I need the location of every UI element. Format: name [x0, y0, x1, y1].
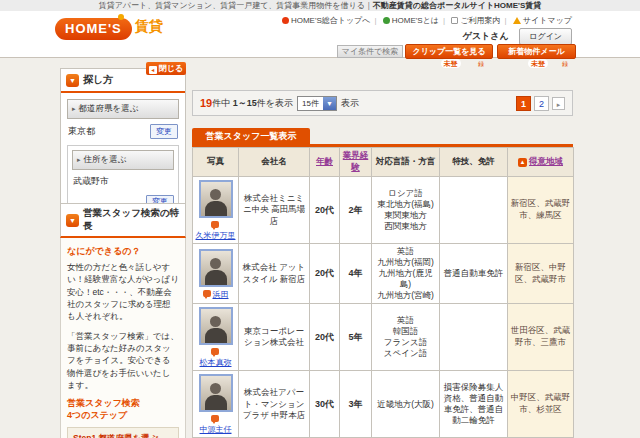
result-total-suffix: 件中	[212, 97, 230, 110]
header-experience: 業界経験	[340, 148, 372, 177]
age-cell: 20代	[310, 177, 340, 244]
chevron-down-icon: ▼	[323, 97, 336, 110]
result-range: 1～15	[233, 97, 257, 110]
clip-unregistered-badge: 未登	[441, 59, 461, 68]
speech-bubble-icon	[203, 290, 211, 297]
photo-cell: 浜田	[193, 244, 239, 304]
tagline-separator: ｜	[365, 1, 373, 10]
triangle-right-icon: ▸	[77, 156, 81, 163]
skills-cell: 損害保険募集人資格、普通自動車免許、普通自動二輪免許	[440, 371, 508, 438]
feature-panel-body: なにができるの？ 女性の方だと色々話しやすい！経験豊富な人がやっぱり安心！etc…	[60, 238, 186, 438]
per-page-select[interactable]: 15件 ▼	[297, 96, 337, 111]
table-row: 中源主任 株式会社アパート・マンションプラザ 中野本店 30代 3年 近畿地方(…	[193, 371, 574, 438]
staff-name-link[interactable]: 久米伊万里	[196, 231, 236, 240]
next-page-button[interactable]: ▸	[552, 97, 565, 110]
sort-age-link[interactable]: 年齢	[316, 156, 333, 166]
languages-cell: 英語 九州地方(福岡) 九州地方(鹿児島) 九州地方(宮崎)	[372, 244, 440, 304]
nav-homes-top-link[interactable]: HOME'S総合トップへ	[282, 16, 371, 25]
experience-cell: 5年	[340, 304, 372, 371]
my-conditions-search-button[interactable]: マイ条件で検索	[337, 45, 403, 58]
skills-cell: 普通自動車免許	[440, 244, 508, 304]
areas-cell: 新宿区、武蔵野市、練馬区	[508, 177, 574, 244]
nav-sitemap-link[interactable]: サイトマップ	[513, 16, 572, 25]
photo-cell: 中源主任	[193, 371, 239, 438]
sitemap-triangle-icon	[513, 17, 521, 24]
feature-paragraph-2: 「営業スタッフ検索」では、事前にあなた好みのスタッフをチョイス。安心できる物件選…	[67, 330, 179, 392]
speech-bubble-icon	[211, 221, 219, 228]
nav-guide-link[interactable]: ご利用案内	[451, 16, 500, 25]
close-button[interactable]: ◂閉じる	[146, 62, 186, 75]
homes-logo[interactable]: HOME'S賃貸	[55, 18, 163, 40]
new-mail-button[interactable]: 新着物件メール未登	[497, 44, 576, 59]
table-row: 久米伊万里 株式会社ミニミニ中央 高田馬場店 20代 2年 ロシア語 東北地方(…	[193, 177, 574, 244]
site-tagline: 賃貸アパート、賃貸マンション、賃貸一戸建て、賃貸事業用物件を借りる｜不動産賃貸の…	[0, 0, 640, 11]
clip-badge-sub: 録	[478, 60, 484, 69]
speech-bubble-icon	[211, 348, 219, 355]
table-row: 松本真弥 東京コーポレーション株式会社 20代 5年 英語 韓国語 フランス語 …	[193, 304, 574, 371]
action-bar: マイ条件で検索 クリップ一覧を見る未登 新着物件メール未登 録 録	[0, 45, 640, 58]
age-cell: 20代	[310, 304, 340, 371]
tagline-left: 賃貸アパート、賃貸マンション、賃貸一戸建て、賃貸事業用物件を借りる	[99, 1, 365, 10]
sort-experience-link[interactable]: 業界経験	[343, 150, 369, 172]
arrow-down-icon: ▼	[66, 74, 79, 87]
search-method-body: ▸都道府県を選ぶ 東京都 変更 ▸住所を選ぶ 武蔵野市 変更	[61, 93, 185, 218]
photo-cell: 松本真弥	[193, 304, 239, 371]
staff-list-tab: 営業スタッフ一覧表示	[192, 128, 310, 144]
step1-title: Step1.都道府県を選ぶ	[73, 432, 173, 438]
green-dot-icon	[383, 17, 390, 24]
header-skills: 特技、免許	[440, 148, 508, 177]
nav-about-link[interactable]: HOME'Sとは	[383, 16, 439, 25]
skills-cell	[440, 304, 508, 371]
show-label: 表示	[341, 97, 359, 110]
experience-cell: 4年	[340, 244, 372, 304]
staff-photo[interactable]	[199, 307, 233, 345]
company-cell: 株式会社ミニミニ中央 高田馬場店	[239, 177, 310, 244]
experience-cell: 2年	[340, 177, 372, 244]
table-row: 浜田 株式会社 アットスタイル 新宿店 20代 4年 英語 九州地方(福岡) 九…	[193, 244, 574, 304]
staff-name-link[interactable]: 中源主任	[200, 425, 232, 434]
skills-cell	[440, 177, 508, 244]
staff-photo[interactable]	[199, 374, 233, 412]
address-select-header[interactable]: ▸住所を選ぶ	[72, 150, 174, 170]
change-prefecture-button[interactable]: 変更	[150, 124, 178, 139]
page-2-button[interactable]: 2	[534, 96, 549, 111]
prefecture-value: 東京都	[68, 125, 95, 138]
sort-areas-link[interactable]: 得意地域	[529, 156, 563, 166]
address-value: 武蔵野市	[72, 170, 174, 196]
page-1-button[interactable]: 1	[516, 96, 531, 111]
arrow-down-icon: ▼	[66, 214, 79, 227]
areas-cell: 世田谷区、武蔵野市、三鷹市	[508, 304, 574, 371]
step1-box: Step1.都道府県を選ぶ 上記メニュー「都道府県を選ぶ」をクリックし、ご希望の…	[67, 427, 179, 438]
login-button[interactable]: ログイン	[519, 28, 572, 45]
address-select-box: ▸住所を選ぶ 武蔵野市 変更	[67, 145, 179, 212]
age-cell: 30代	[310, 371, 340, 438]
header-languages: 対応言語・方言	[372, 148, 440, 177]
header-areas: ▲得意地域	[508, 148, 574, 177]
company-cell: 東京コーポレーション株式会社	[239, 304, 310, 371]
tagline-right: 不動産賃貸の総合ポータルサイトHOME'S賃貸	[373, 1, 542, 10]
result-range-suffix: 件を表示	[257, 97, 293, 110]
feature-panel: ▼ 営業スタッフ検索の特長 なにができるの？ 女性の方だと色々話しやすい！経験豊…	[60, 203, 186, 438]
logo-dot-icon	[118, 14, 124, 20]
result-total: 19	[200, 97, 212, 109]
staff-photo[interactable]	[199, 249, 233, 287]
speech-bubble-icon	[211, 415, 219, 422]
staff-name-link[interactable]: 浜田	[213, 290, 229, 299]
experience-cell: 3年	[340, 371, 372, 438]
prefecture-select-header[interactable]: ▸都道府県を選ぶ	[67, 99, 179, 119]
what-can-you-do-heading: なにができるの？	[67, 245, 179, 258]
results-bar: 19 件中 1～15 件を表示 15件 ▼ 表示 1 2 ▸	[192, 90, 573, 116]
areas-cell: 新宿区、中野区、武蔵野市	[508, 244, 574, 304]
clip-list-button[interactable]: クリップ一覧を見る未登	[405, 44, 493, 59]
top-nav: HOME'S総合トップへ| HOME'Sとは| ご利用案内| サイトマップ	[282, 15, 572, 26]
prefecture-value-row: 東京都 変更	[67, 119, 179, 145]
table-header-row: 写真 会社名 年齢 業界経験 対応言語・方言 特技、免許 ▲得意地域	[193, 148, 574, 177]
staff-name-link[interactable]: 松本真弥	[200, 358, 232, 367]
guest-name: ゲストさん	[463, 31, 509, 41]
staff-photo[interactable]	[199, 180, 233, 218]
logo-pill: HOME'S	[55, 18, 132, 40]
age-cell: 20代	[310, 244, 340, 304]
header-company: 会社名	[239, 148, 310, 177]
feature-paragraph-1: 女性の方だと色々話しやすい！経験豊富な人がやっぱり安心！etc・・・、不動産会社…	[67, 261, 179, 323]
feature-panel-title: 営業スタッフ検索の特長	[83, 207, 180, 233]
